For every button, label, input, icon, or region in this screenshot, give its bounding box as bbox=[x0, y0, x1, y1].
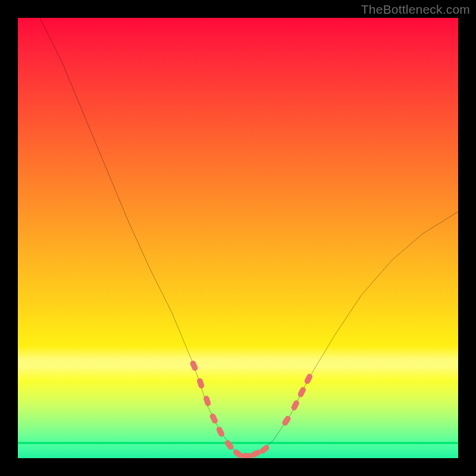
chart-frame: TheBottleneck.com bbox=[0, 0, 476, 476]
watermark-text: TheBottleneck.com bbox=[361, 2, 470, 17]
bottleneck-curve bbox=[40, 18, 458, 456]
curve-marker bbox=[189, 360, 199, 372]
curve-marker bbox=[209, 412, 219, 424]
plot-area bbox=[18, 18, 458, 458]
curve-marker bbox=[303, 373, 314, 385]
curve-markers bbox=[189, 360, 314, 458]
curve-marker bbox=[203, 395, 212, 407]
curve-marker bbox=[281, 415, 292, 427]
curve-marker bbox=[290, 399, 300, 411]
curve-marker bbox=[215, 426, 226, 438]
curve-marker bbox=[242, 453, 252, 458]
curve-marker bbox=[297, 386, 307, 398]
curve-layer bbox=[18, 18, 458, 458]
curve-marker bbox=[196, 377, 205, 389]
curve-marker bbox=[224, 439, 234, 451]
